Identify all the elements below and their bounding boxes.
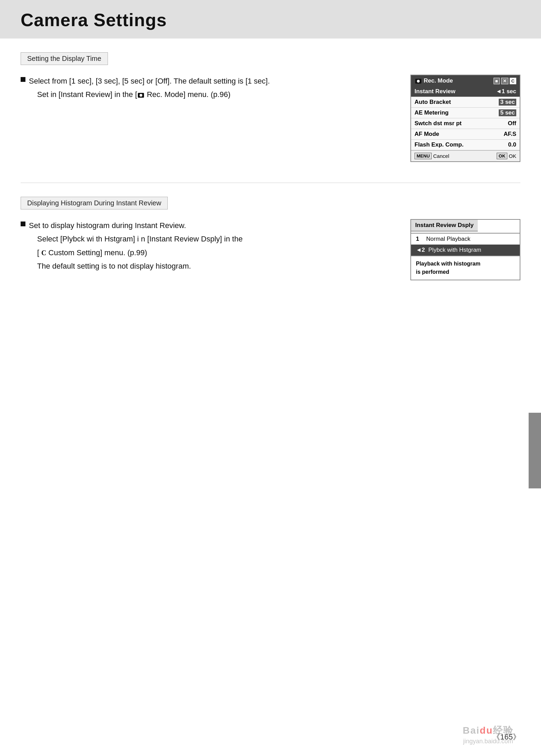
section-divider <box>21 183 520 183</box>
review-menu-title: Instant Review Dsply <box>411 220 478 231</box>
page-content: Setting the Display Time Select from [1 … <box>0 39 541 315</box>
section1: Setting the Display Time Select from [1 … <box>21 52 520 162</box>
section1-label: Setting the Display Time <box>21 52 108 65</box>
section1-bullet-text: Select from [1 sec], [3 sec], [5 sec] or… <box>29 75 270 101</box>
section1-indent1: Set in [Instant Review] in the [ Rec. Mo… <box>37 88 270 101</box>
menu-item-value-0: ◄1 sec <box>496 88 516 95</box>
section2-text: Set to display histogram during Instant … <box>21 219 390 275</box>
page-footer: 《165》 <box>493 732 520 742</box>
rec-mode-menu: Rec. Mode ■ ✕ C Instant Review ◄1 sec Au… <box>410 75 520 162</box>
sidebar-tab <box>529 413 541 488</box>
menu-item-value-2: 5 sec <box>499 109 516 116</box>
section2-indent2: [ C Custom Setting] menu. (p.99) <box>37 246 243 259</box>
menu-item-auto-bracket[interactable]: Auto Bracket 3 sec <box>411 97 520 108</box>
bullet-icon-2 <box>21 222 25 226</box>
camera-icon <box>138 93 144 98</box>
menu-footer: MENU Cancel OK OK <box>411 150 520 161</box>
menu-item-label-4: AF Mode <box>415 131 439 138</box>
menu-item-label-0: Instant Review <box>415 88 455 95</box>
page-number: 《165》 <box>493 733 520 741</box>
review-item-normal[interactable]: 1 Normal Playback <box>411 234 520 245</box>
section2: Displaying Histogram During Instant Revi… <box>21 197 520 280</box>
menu-item-ae-metering[interactable]: AE Metering 5 sec <box>411 108 520 118</box>
review-label-1: Normal Playback <box>426 236 471 242</box>
menu-item-label-2: AE Metering <box>415 109 449 116</box>
footer-ok-label: OK <box>509 153 516 159</box>
review-title-bar: Instant Review Dsply <box>411 220 520 234</box>
menu-item-value-1: 3 sec <box>499 99 516 106</box>
menu-item-instant-review[interactable]: Instant Review ◄1 sec <box>411 86 520 97</box>
page-title: Camera Settings <box>21 10 520 30</box>
menu-icon-c: C <box>510 78 516 84</box>
review-num-1: 1 <box>416 236 423 242</box>
menu-item-flash[interactable]: Flash Exp. Comp. 0.0 <box>411 140 520 150</box>
section2-row: Set to display histogram during Instant … <box>21 219 520 280</box>
menu-item-swtch[interactable]: Swtch dst msr pt Off <box>411 118 520 129</box>
menu-item-label-3: Swtch dst msr pt <box>415 120 462 127</box>
menu-item-af-mode[interactable]: AF Mode AF.S <box>411 129 520 140</box>
menu-item-value-4: AF.S <box>504 131 516 138</box>
custom-c-icon: C <box>41 247 46 259</box>
footer-cancel: MENU Cancel <box>415 153 449 159</box>
menu-title: Rec. Mode <box>415 77 453 84</box>
footer-ok: OK OK <box>497 153 516 159</box>
section2-indent1: Select [Plybck wi th Hstgram] i n [Insta… <box>37 233 243 245</box>
review-item-hstgram[interactable]: ◄2 Plybck with Hstgram <box>411 245 520 256</box>
review-description: Playback with histogramis performed <box>411 256 520 280</box>
review-desc-text: Playback with histogramis performed <box>416 261 481 275</box>
section2-indent3: The default setting is to not display hi… <box>37 260 243 272</box>
menu-item-label-1: Auto Bracket <box>415 99 451 106</box>
review-label-2: Plybck with Hstgram <box>428 247 481 253</box>
section2-bullet: Set to display histogram during Instant … <box>21 219 390 273</box>
footer-cancel-label: Cancel <box>433 153 449 159</box>
section2-label: Displaying Histogram During Instant Revi… <box>21 197 168 209</box>
review-num-2: ◄2 <box>416 247 425 253</box>
menu-btn-box: MENU <box>415 153 432 159</box>
instant-review-dsply-menu: Instant Review Dsply 1 Normal Playback ◄… <box>410 219 520 280</box>
menu-camera-icon <box>415 79 421 84</box>
menu-icon-square: ■ <box>494 78 500 84</box>
section1-text: Select from [1 sec], [3 sec], [5 sec] or… <box>21 75 390 103</box>
menu-item-value-5: 0.0 <box>508 141 516 148</box>
menu-item-label-5: Flash Exp. Comp. <box>415 141 464 148</box>
section1-bullet: Select from [1 sec], [3 sec], [5 sec] or… <box>21 75 390 101</box>
menu-icons: ■ ✕ C <box>494 78 516 84</box>
bullet-icon <box>21 77 25 82</box>
menu-title-row: Rec. Mode ■ ✕ C <box>411 75 520 86</box>
ok-btn-box: OK <box>497 153 508 159</box>
section1-row: Select from [1 sec], [3 sec], [5 sec] or… <box>21 75 520 162</box>
section2-bullet-text: Set to display histogram during Instant … <box>29 219 243 273</box>
menu-icon-x: ✕ <box>501 78 508 84</box>
menu-item-value-3: Off <box>508 120 516 127</box>
page-header: Camera Settings <box>0 0 541 39</box>
